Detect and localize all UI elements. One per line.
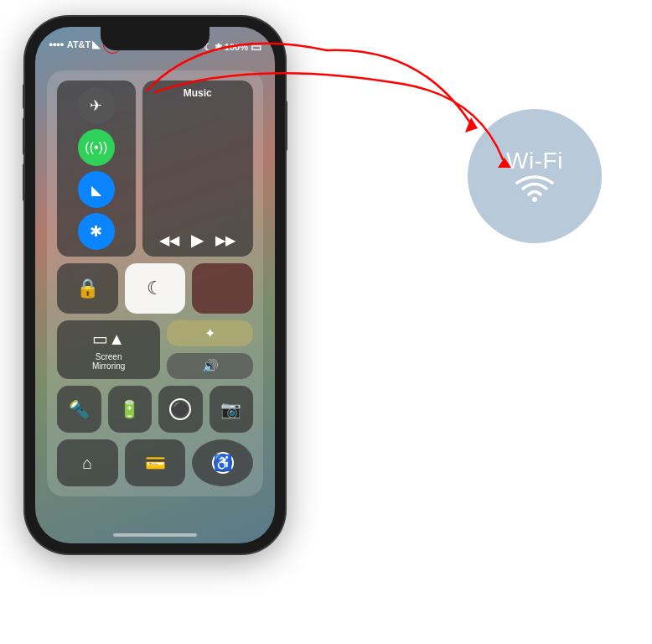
wifi-icon: ◣ <box>91 182 101 198</box>
connectivity-box: ✈ ((•)) ◣ ✱ <box>57 80 136 257</box>
second-row: 🔒 ☾ <box>57 263 253 314</box>
volume-up-button <box>23 117 25 155</box>
screen-record-button[interactable]: ⚫ <box>158 386 203 433</box>
unknown-button[interactable] <box>192 263 253 314</box>
next-button[interactable]: ▶▶ <box>215 232 235 248</box>
home-app-button[interactable]: ⌂ <box>57 439 118 486</box>
battery-icon: 🔋 <box>119 399 140 419</box>
icon-row: 🔦 🔋 ⚫ 📷 <box>57 386 253 433</box>
do-not-disturb-button[interactable]: ☾ <box>125 263 186 314</box>
battery-case-button[interactable]: 🔋 <box>108 386 153 433</box>
control-center: ✈ ((•)) ◣ ✱ Music ◀◀ ▶ <box>47 70 263 496</box>
music-controls: ◀◀ ▶ ▶▶ <box>149 230 246 250</box>
wifi-annotation-text: Wi-Fi <box>506 148 563 174</box>
airplane-mode-button[interactable]: ✈ <box>78 87 115 124</box>
screen-mirroring-button[interactable]: ▭▲ ScreenMirroring <box>57 320 160 379</box>
rotation-lock-button[interactable]: 🔒 <box>57 263 118 314</box>
svg-point-0 <box>532 197 537 202</box>
cellular-button[interactable]: ((•)) <box>78 129 115 166</box>
prev-button[interactable]: ◀◀ <box>159 232 179 248</box>
rotation-lock-icon: 🔒 <box>76 278 99 299</box>
accessibility-icon: ♿ <box>212 452 234 474</box>
third-row: ▭▲ ScreenMirroring ✦ 🔊 <box>57 320 253 379</box>
fifth-row: ⌂ 💳 ♿ <box>57 439 253 486</box>
bluetooth-status: ✱ <box>215 42 222 53</box>
music-title: Music <box>149 87 246 99</box>
cellular-icon: ((•)) <box>85 140 107 155</box>
svg-marker-1 <box>465 117 478 132</box>
battery-percentage: 100% <box>225 42 248 52</box>
camera-button[interactable]: 📷 <box>210 386 254 433</box>
top-row: ✈ ((•)) ◣ ✱ Music ◀◀ ▶ <box>57 80 253 257</box>
flashlight-button[interactable]: 🔦 <box>57 386 101 433</box>
power-button <box>285 101 287 151</box>
brightness-slider[interactable]: ✦ <box>167 320 253 346</box>
moon-icon: ☾ <box>147 278 163 299</box>
brightness-icon: ✦ <box>204 325 215 341</box>
wifi-annotation-svg-icon <box>514 174 556 205</box>
camera-icon: 📷 <box>220 399 241 419</box>
wallet-button[interactable]: 💳 <box>125 439 186 486</box>
wifi-button[interactable]: ◣ <box>78 171 115 208</box>
airplane-icon: ✈ <box>90 96 102 115</box>
wallet-icon: 💳 <box>145 453 166 473</box>
mute-switch <box>23 84 25 109</box>
accessibility-button[interactable]: ♿ <box>192 439 253 486</box>
bluetooth-icon: ✱ <box>90 222 102 241</box>
sliders-column: ✦ 🔊 <box>167 320 253 379</box>
volume-down-button <box>23 164 25 201</box>
bluetooth-button[interactable]: ✱ <box>78 213 115 250</box>
status-right: ☾ ✱ 100% ▭ <box>204 40 261 54</box>
notch <box>101 27 210 50</box>
iphone-mockup: ●●●● AT&T ◣ ☾ ✱ 100% ▭ ✈ <box>25 17 285 553</box>
flashlight-icon: 🔦 <box>69 399 90 419</box>
home-icon: ⌂ <box>82 454 92 473</box>
volume-slider[interactable]: 🔊 <box>167 353 253 379</box>
screen-mirroring-icon: ▭▲ <box>92 329 125 349</box>
wifi-annotation-circle: Wi-Fi <box>468 109 602 243</box>
play-button[interactable]: ▶ <box>191 230 204 250</box>
wifi-status-icon: ◣ <box>92 39 100 50</box>
volume-icon: 🔊 <box>202 358 219 374</box>
home-bar[interactable] <box>113 533 197 537</box>
screen-mirroring-label: ScreenMirroring <box>92 352 125 371</box>
record-icon: ⚫ <box>169 398 191 420</box>
music-widget: Music ◀◀ ▶ ▶▶ <box>142 80 253 257</box>
signal-dots: ●●●● <box>49 40 64 49</box>
iphone-screen: ●●●● AT&T ◣ ☾ ✱ 100% ▭ ✈ <box>35 27 275 543</box>
battery-icon: ▭ <box>251 40 261 54</box>
carrier-label: AT&T <box>67 39 91 49</box>
